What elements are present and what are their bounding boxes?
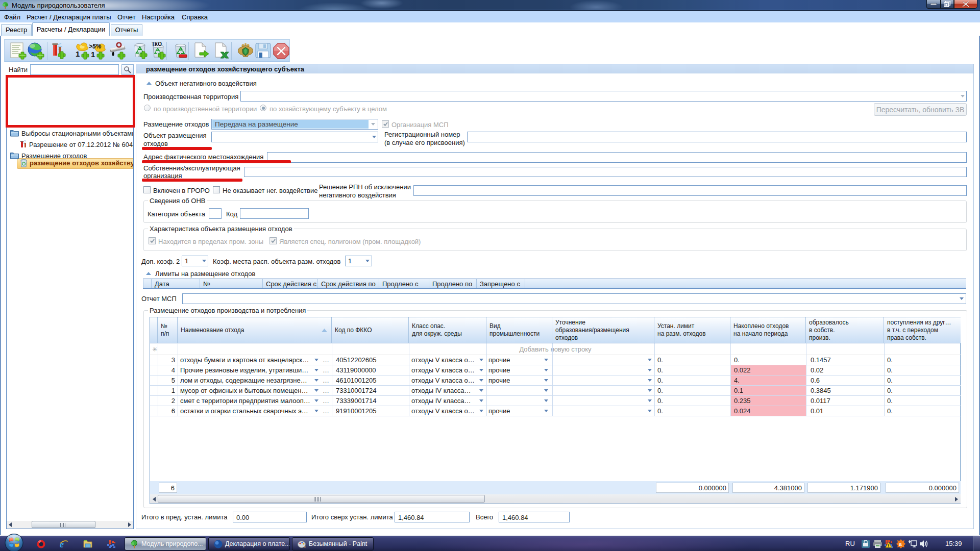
svg-text:ТКО: ТКО (152, 42, 162, 47)
svg-text:>5%: >5% (89, 43, 102, 50)
svg-text:e: e (60, 539, 64, 549)
svg-text:1: 1 (91, 50, 95, 59)
svg-text:a: a (899, 541, 902, 547)
svg-text:1: 1 (76, 49, 80, 58)
